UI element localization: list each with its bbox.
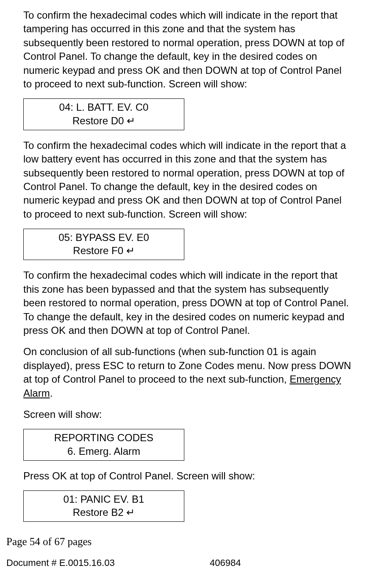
screen-line: REPORTING CODES	[24, 431, 184, 444]
paragraph-4-text-c: .	[50, 387, 53, 399]
paragraph-4: On conclusion of all sub-functions (when…	[23, 345, 352, 400]
paragraph-1: To confirm the hexadecimal codes which w…	[23, 8, 352, 91]
footer-document-info: Document # E.0015.16.03 406984	[6, 557, 352, 569]
screen-line: Restore F0 ↵	[24, 244, 184, 257]
screen-line: 05: BYPASS EV. E0	[24, 231, 184, 244]
screen-line: 04: L. BATT. EV. C0	[24, 101, 184, 114]
screen-line: 6. Emerg. Alarm	[24, 445, 184, 458]
document-code: 406984	[210, 557, 241, 569]
paragraph-2: To confirm the hexadecimal codes which w…	[23, 139, 352, 221]
screen-line: 01: PANIC EV. B1	[24, 493, 184, 506]
screen-line: Restore B2 ↵	[24, 506, 184, 519]
screen-display-3: REPORTING CODES 6. Emerg. Alarm	[23, 429, 184, 460]
paragraph-6: Press OK at top of Control Panel. Screen…	[23, 469, 352, 483]
paragraph-5: Screen will show:	[23, 408, 352, 421]
screen-display-1: 04: L. BATT. EV. C0 Restore D0 ↵	[23, 98, 184, 130]
document-number: Document # E.0015.16.03	[6, 557, 210, 569]
page-number: Page 54 of 67 pages	[6, 535, 352, 549]
paragraph-3: To confirm the hexadecimal codes which w…	[23, 269, 352, 337]
screen-line: Restore D0 ↵	[24, 114, 184, 127]
screen-display-4: 01: PANIC EV. B1 Restore B2 ↵	[23, 490, 184, 522]
screen-display-2: 05: BYPASS EV. E0 Restore F0 ↵	[23, 229, 184, 260]
